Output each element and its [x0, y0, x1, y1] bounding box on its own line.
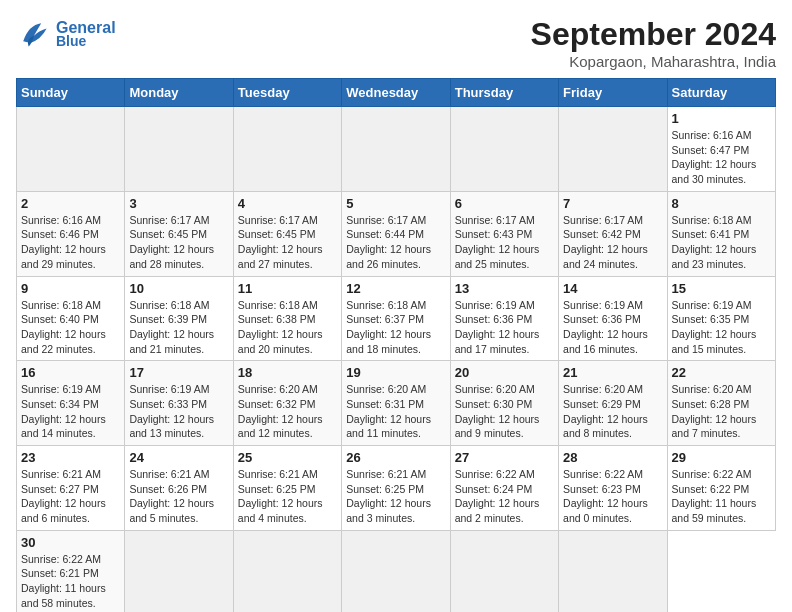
day-number: 4: [238, 196, 337, 211]
day-number: 17: [129, 365, 228, 380]
calendar-cell: [559, 107, 667, 192]
calendar-cell: 10Sunrise: 6:18 AMSunset: 6:39 PMDayligh…: [125, 276, 233, 361]
calendar-cell: 19Sunrise: 6:20 AMSunset: 6:31 PMDayligh…: [342, 361, 450, 446]
calendar-cell: 29Sunrise: 6:22 AMSunset: 6:22 PMDayligh…: [667, 446, 775, 531]
calendar-cell: 13Sunrise: 6:19 AMSunset: 6:36 PMDayligh…: [450, 276, 558, 361]
day-info: Sunrise: 6:22 AMSunset: 6:24 PMDaylight:…: [455, 467, 554, 526]
calendar-cell: 20Sunrise: 6:20 AMSunset: 6:30 PMDayligh…: [450, 361, 558, 446]
day-info: Sunrise: 6:21 AMSunset: 6:25 PMDaylight:…: [238, 467, 337, 526]
day-number: 1: [672, 111, 771, 126]
calendar-cell: 25Sunrise: 6:21 AMSunset: 6:25 PMDayligh…: [233, 446, 341, 531]
calendar-row: 23Sunrise: 6:21 AMSunset: 6:27 PMDayligh…: [17, 446, 776, 531]
logo: General Blue: [16, 16, 116, 52]
day-number: 11: [238, 281, 337, 296]
day-info: Sunrise: 6:18 AMSunset: 6:39 PMDaylight:…: [129, 298, 228, 357]
weekday-header: Wednesday: [342, 79, 450, 107]
calendar-cell: 16Sunrise: 6:19 AMSunset: 6:34 PMDayligh…: [17, 361, 125, 446]
day-info: Sunrise: 6:17 AMSunset: 6:45 PMDaylight:…: [238, 213, 337, 272]
page-subtitle: Kopargaon, Maharashtra, India: [531, 53, 776, 70]
weekday-header: Sunday: [17, 79, 125, 107]
calendar-cell: [342, 530, 450, 612]
day-number: 29: [672, 450, 771, 465]
calendar-cell: 24Sunrise: 6:21 AMSunset: 6:26 PMDayligh…: [125, 446, 233, 531]
calendar-cell: 15Sunrise: 6:19 AMSunset: 6:35 PMDayligh…: [667, 276, 775, 361]
calendar-table: SundayMondayTuesdayWednesdayThursdayFrid…: [16, 78, 776, 612]
calendar-cell: 28Sunrise: 6:22 AMSunset: 6:23 PMDayligh…: [559, 446, 667, 531]
calendar-cell: 21Sunrise: 6:20 AMSunset: 6:29 PMDayligh…: [559, 361, 667, 446]
calendar-cell: 18Sunrise: 6:20 AMSunset: 6:32 PMDayligh…: [233, 361, 341, 446]
calendar-row: 1Sunrise: 6:16 AMSunset: 6:47 PMDaylight…: [17, 107, 776, 192]
calendar-cell: 17Sunrise: 6:19 AMSunset: 6:33 PMDayligh…: [125, 361, 233, 446]
day-info: Sunrise: 6:16 AMSunset: 6:47 PMDaylight:…: [672, 128, 771, 187]
day-number: 20: [455, 365, 554, 380]
day-number: 9: [21, 281, 120, 296]
day-info: Sunrise: 6:18 AMSunset: 6:37 PMDaylight:…: [346, 298, 445, 357]
calendar-cell: 9Sunrise: 6:18 AMSunset: 6:40 PMDaylight…: [17, 276, 125, 361]
calendar-cell: 2Sunrise: 6:16 AMSunset: 6:46 PMDaylight…: [17, 191, 125, 276]
calendar-cell: [450, 530, 558, 612]
calendar-cell: [125, 530, 233, 612]
day-info: Sunrise: 6:20 AMSunset: 6:29 PMDaylight:…: [563, 382, 662, 441]
day-number: 28: [563, 450, 662, 465]
day-number: 8: [672, 196, 771, 211]
calendar-row: 30Sunrise: 6:22 AMSunset: 6:21 PMDayligh…: [17, 530, 776, 612]
day-number: 5: [346, 196, 445, 211]
day-info: Sunrise: 6:17 AMSunset: 6:44 PMDaylight:…: [346, 213, 445, 272]
weekday-header: Saturday: [667, 79, 775, 107]
calendar-cell: 8Sunrise: 6:18 AMSunset: 6:41 PMDaylight…: [667, 191, 775, 276]
calendar-cell: 4Sunrise: 6:17 AMSunset: 6:45 PMDaylight…: [233, 191, 341, 276]
day-info: Sunrise: 6:18 AMSunset: 6:41 PMDaylight:…: [672, 213, 771, 272]
calendar-cell: 1Sunrise: 6:16 AMSunset: 6:47 PMDaylight…: [667, 107, 775, 192]
calendar-cell: 22Sunrise: 6:20 AMSunset: 6:28 PMDayligh…: [667, 361, 775, 446]
calendar-cell: [17, 107, 125, 192]
calendar-row: 9Sunrise: 6:18 AMSunset: 6:40 PMDaylight…: [17, 276, 776, 361]
day-info: Sunrise: 6:19 AMSunset: 6:34 PMDaylight:…: [21, 382, 120, 441]
day-number: 10: [129, 281, 228, 296]
day-info: Sunrise: 6:21 AMSunset: 6:27 PMDaylight:…: [21, 467, 120, 526]
day-number: 13: [455, 281, 554, 296]
day-number: 16: [21, 365, 120, 380]
day-number: 19: [346, 365, 445, 380]
weekday-header: Friday: [559, 79, 667, 107]
day-info: Sunrise: 6:18 AMSunset: 6:40 PMDaylight:…: [21, 298, 120, 357]
weekday-header: Monday: [125, 79, 233, 107]
day-info: Sunrise: 6:16 AMSunset: 6:46 PMDaylight:…: [21, 213, 120, 272]
header: General Blue September 2024 Kopargaon, M…: [16, 16, 776, 70]
day-info: Sunrise: 6:19 AMSunset: 6:35 PMDaylight:…: [672, 298, 771, 357]
calendar-cell: 26Sunrise: 6:21 AMSunset: 6:25 PMDayligh…: [342, 446, 450, 531]
page-title: September 2024: [531, 16, 776, 53]
calendar-row: 2Sunrise: 6:16 AMSunset: 6:46 PMDaylight…: [17, 191, 776, 276]
day-info: Sunrise: 6:17 AMSunset: 6:45 PMDaylight:…: [129, 213, 228, 272]
calendar-cell: 11Sunrise: 6:18 AMSunset: 6:38 PMDayligh…: [233, 276, 341, 361]
day-info: Sunrise: 6:20 AMSunset: 6:31 PMDaylight:…: [346, 382, 445, 441]
day-info: Sunrise: 6:22 AMSunset: 6:23 PMDaylight:…: [563, 467, 662, 526]
day-info: Sunrise: 6:17 AMSunset: 6:42 PMDaylight:…: [563, 213, 662, 272]
day-info: Sunrise: 6:20 AMSunset: 6:28 PMDaylight:…: [672, 382, 771, 441]
day-number: 2: [21, 196, 120, 211]
day-info: Sunrise: 6:19 AMSunset: 6:33 PMDaylight:…: [129, 382, 228, 441]
calendar-cell: 30Sunrise: 6:22 AMSunset: 6:21 PMDayligh…: [17, 530, 125, 612]
calendar-cell: 12Sunrise: 6:18 AMSunset: 6:37 PMDayligh…: [342, 276, 450, 361]
day-number: 14: [563, 281, 662, 296]
day-number: 3: [129, 196, 228, 211]
day-info: Sunrise: 6:17 AMSunset: 6:43 PMDaylight:…: [455, 213, 554, 272]
day-info: Sunrise: 6:19 AMSunset: 6:36 PMDaylight:…: [455, 298, 554, 357]
calendar-cell: [233, 530, 341, 612]
calendar-cell: 3Sunrise: 6:17 AMSunset: 6:45 PMDaylight…: [125, 191, 233, 276]
weekday-header: Tuesday: [233, 79, 341, 107]
day-info: Sunrise: 6:20 AMSunset: 6:30 PMDaylight:…: [455, 382, 554, 441]
calendar-cell: [450, 107, 558, 192]
logo-text: General Blue: [56, 19, 116, 49]
calendar-cell: 27Sunrise: 6:22 AMSunset: 6:24 PMDayligh…: [450, 446, 558, 531]
calendar-cell: [559, 530, 667, 612]
day-info: Sunrise: 6:18 AMSunset: 6:38 PMDaylight:…: [238, 298, 337, 357]
day-number: 25: [238, 450, 337, 465]
day-number: 26: [346, 450, 445, 465]
day-number: 22: [672, 365, 771, 380]
calendar-cell: [125, 107, 233, 192]
day-info: Sunrise: 6:22 AMSunset: 6:22 PMDaylight:…: [672, 467, 771, 526]
calendar-cell: 14Sunrise: 6:19 AMSunset: 6:36 PMDayligh…: [559, 276, 667, 361]
calendar-row: 16Sunrise: 6:19 AMSunset: 6:34 PMDayligh…: [17, 361, 776, 446]
calendar-cell: 7Sunrise: 6:17 AMSunset: 6:42 PMDaylight…: [559, 191, 667, 276]
day-number: 18: [238, 365, 337, 380]
